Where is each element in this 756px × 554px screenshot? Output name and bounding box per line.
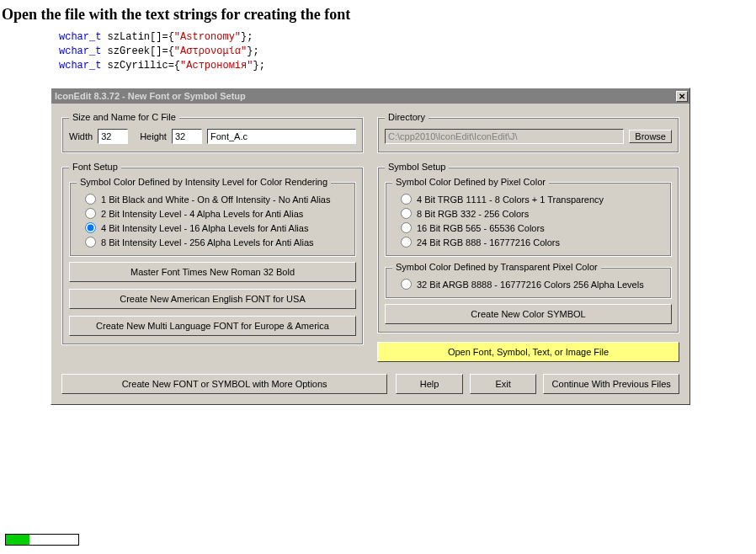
keyword: wchar_t bbox=[59, 60, 101, 72]
code-text: }; bbox=[241, 31, 253, 43]
radio-label: 2 Bit Intensity Level - 4 Alpha Levels f… bbox=[101, 209, 303, 219]
radio-4bit[interactable] bbox=[85, 222, 96, 233]
font-setup-group: Font Setup Symbol Color Defined by Inten… bbox=[61, 162, 364, 345]
group-legend: Symbol Setup bbox=[385, 162, 449, 172]
group-legend: Directory bbox=[385, 112, 429, 122]
group-legend: Size and Name for C File bbox=[69, 112, 179, 122]
progress-bar bbox=[5, 534, 79, 546]
continue-button[interactable]: Continue With Previous Files bbox=[543, 374, 679, 394]
radio-label: 24 Bit RGB 888 - 16777216 Colors bbox=[417, 237, 560, 248]
radio-2bit[interactable] bbox=[85, 208, 96, 219]
radio-rgb332[interactable] bbox=[401, 208, 412, 219]
master-font-button[interactable]: Master Font Times New Roman 32 Bold bbox=[69, 262, 356, 282]
code-text: szGreek[]={ bbox=[101, 45, 173, 57]
group-legend: Symbol Color Defined by Intensity Level … bbox=[77, 177, 331, 187]
group-legend: Font Setup bbox=[69, 162, 121, 172]
width-label: Width bbox=[69, 131, 93, 141]
keyword: wchar_t bbox=[59, 31, 101, 43]
group-legend: Symbol Color Defined by Pixel Color bbox=[392, 177, 549, 187]
code-text: szCyrillic={ bbox=[101, 60, 180, 72]
directory-path bbox=[385, 129, 624, 144]
keyword: wchar_t bbox=[59, 45, 101, 57]
create-usa-font-button[interactable]: Create New American English FONT for USA bbox=[69, 289, 356, 309]
width-input[interactable] bbox=[98, 129, 128, 144]
size-name-group: Size and Name for C File Width Height bbox=[61, 112, 364, 153]
close-icon[interactable]: ✕ bbox=[676, 91, 688, 102]
titlebar: IconEdit 8.3.72 - New Font or Symbol Set… bbox=[51, 88, 689, 104]
open-file-button[interactable]: Open Font, Symbol, Text, or Image File bbox=[377, 342, 679, 362]
radio-label: 8 Bit RGB 332 - 256 Colors bbox=[417, 209, 529, 219]
page-title: Open the file with the text strings for … bbox=[0, 0, 756, 27]
symbol-setup-group: Symbol Setup Symbol Color Defined by Pix… bbox=[377, 162, 679, 333]
radio-label: 8 Bit Intensity Level - 256 Alpha Levels… bbox=[101, 237, 314, 248]
code-text: }; bbox=[253, 60, 264, 72]
intensity-group: Symbol Color Defined by Intensity Level … bbox=[69, 177, 356, 257]
radio-trgb1111[interactable] bbox=[401, 194, 412, 205]
dialog-window: IconEdit 8.3.72 - New Font or Symbol Set… bbox=[51, 88, 690, 405]
radio-label: 16 Bit RGB 565 - 65536 Colors bbox=[417, 223, 545, 233]
code-text: }; bbox=[247, 45, 258, 57]
create-color-symbol-button[interactable]: Create New Color SYMBOL bbox=[385, 304, 672, 324]
pixel-color-group: Symbol Color Defined by Pixel Color 4 Bi… bbox=[385, 177, 672, 257]
window-title: IconEdit 8.3.72 - New Font or Symbol Set… bbox=[55, 91, 246, 101]
create-more-options-button[interactable]: Create New FONT or SYMBOL with More Opti… bbox=[61, 374, 387, 394]
filename-input[interactable] bbox=[207, 129, 356, 144]
code-text: szLatin[]={ bbox=[101, 31, 173, 43]
radio-1bit[interactable] bbox=[85, 194, 96, 205]
radio-rgb888[interactable] bbox=[401, 237, 412, 248]
radio-8bit[interactable] bbox=[85, 237, 96, 248]
string-literal: "Astronomy" bbox=[174, 31, 241, 43]
group-legend: Symbol Color Defined by Transparent Pixe… bbox=[392, 262, 601, 272]
height-label: Height bbox=[140, 131, 167, 141]
help-button[interactable]: Help bbox=[396, 374, 463, 394]
radio-label: 4 Bit Intensity Level - 16 Alpha Levels … bbox=[101, 223, 308, 233]
code-block: wchar_t szLatin[]={"Astronomy"}; wchar_t… bbox=[0, 27, 756, 79]
directory-group: Directory Browse bbox=[377, 112, 679, 153]
string-literal: "Астрономія" bbox=[180, 60, 253, 72]
exit-button[interactable]: Exit bbox=[470, 374, 537, 394]
radio-label: 1 Bit Black and White - On & Off Intensi… bbox=[101, 194, 330, 205]
radio-argb8888[interactable] bbox=[401, 279, 412, 290]
height-input[interactable] bbox=[172, 129, 202, 144]
radio-label: 32 Bit ARGB 8888 - 16777216 Colors 256 A… bbox=[417, 280, 644, 290]
transparent-color-group: Symbol Color Defined by Transparent Pixe… bbox=[385, 262, 672, 299]
create-multi-font-button[interactable]: Create New Multi Language FONT for Europ… bbox=[69, 316, 356, 336]
radio-rgb565[interactable] bbox=[401, 222, 412, 233]
progress-fill bbox=[6, 535, 29, 545]
browse-button[interactable]: Browse bbox=[629, 130, 672, 143]
string-literal: "Αστρονομία" bbox=[174, 45, 247, 57]
radio-label: 4 Bit TRGB 1111 - 8 Colors + 1 Transpare… bbox=[417, 194, 604, 205]
